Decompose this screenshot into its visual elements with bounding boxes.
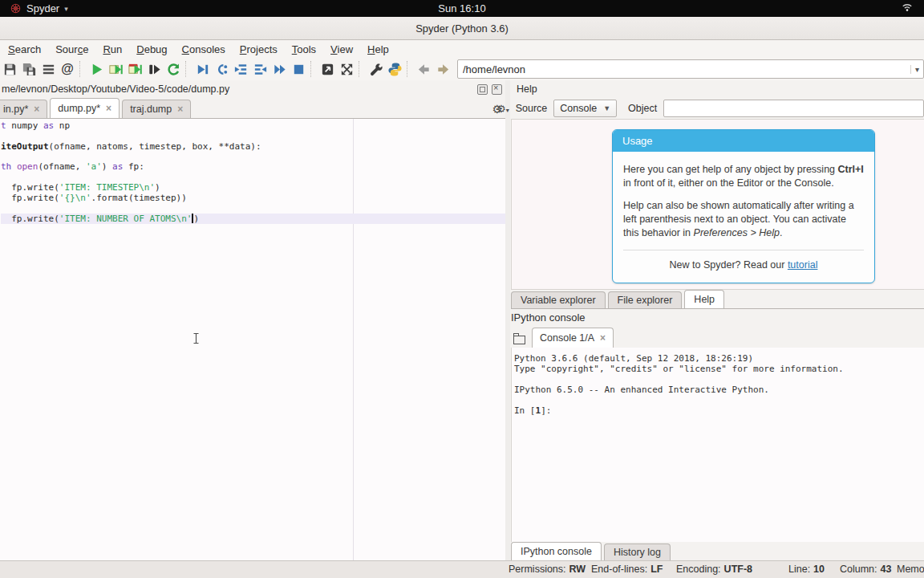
continue-icon[interactable] — [270, 59, 289, 79]
close-tab-icon[interactable]: × — [177, 104, 183, 115]
status-bar: Permissions:RWEnd-of-lines:LFEncoding:UT… — [0, 560, 924, 578]
step-return-icon[interactable] — [250, 59, 270, 79]
usage-card: Usage Here you can get help of any objec… — [612, 129, 875, 283]
code-token: as — [43, 120, 54, 131]
ipython-console[interactable]: Python 3.6.6 (default, Sep 12 2018, 18:2… — [511, 348, 924, 542]
code-token: numpy — [11, 120, 43, 131]
editor-options-gear-icon[interactable]: ⚙▾ — [496, 103, 509, 115]
editor-tab-traj-dump[interactable]: traj.dump× — [122, 100, 191, 118]
main-area: me/levnon/Desktop/Youtube/Video-5/code/d… — [0, 80, 924, 560]
close-tab-icon[interactable]: × — [106, 103, 111, 114]
tab-help[interactable]: Help — [684, 290, 724, 308]
editor-tab-bar: in.py*×dump.py*×traj.dump×⚙ — [0, 98, 505, 119]
working-directory-dropdown-icon[interactable]: ▾ — [910, 65, 923, 74]
preferences-icon[interactable] — [366, 59, 385, 79]
working-directory-combo[interactable]: ▾ — [457, 59, 924, 79]
code-token: (ofname, natoms, timestep, box, **data): — [49, 141, 261, 152]
python-path-icon[interactable] — [385, 59, 404, 79]
editor-tab-dump-py-[interactable]: dump.py*× — [50, 98, 120, 118]
run-cell-icon[interactable] — [106, 59, 125, 79]
usage-card-title: Usage — [613, 130, 874, 152]
menu-source[interactable]: Source — [49, 42, 95, 57]
tutorial-link[interactable]: tutorial — [788, 259, 818, 271]
debug-icon[interactable] — [192, 59, 212, 79]
system-clock[interactable]: Sun 16:10 — [0, 2, 924, 14]
status-end-of-lines-: End-of-lines:LF — [591, 564, 663, 575]
status-column-: Column:43 — [840, 564, 891, 575]
menu-consoles[interactable]: Consoles — [176, 42, 232, 57]
tab-history-log[interactable]: History log — [604, 543, 671, 560]
help-object-input[interactable] — [663, 100, 924, 117]
menu-view[interactable]: View — [324, 42, 359, 57]
usage-paragraph-1: Here you can get help of any object by p… — [623, 163, 864, 191]
code-token: t — [1, 120, 11, 131]
browse-tabs-icon[interactable] — [513, 336, 525, 344]
menu-search[interactable]: Search — [2, 42, 47, 57]
code-token: '{}\n' — [59, 193, 91, 203]
code-token: as — [112, 161, 123, 172]
help-content-view: Usage Here you can get help of any objec… — [511, 119, 924, 290]
ipython-pane-title: IPython console — [511, 311, 586, 324]
step-into-icon[interactable] — [231, 59, 250, 79]
rerun-icon[interactable] — [164, 59, 183, 79]
code-line — [1, 203, 505, 214]
code-token: open — [17, 161, 38, 172]
fullscreen-icon[interactable] — [337, 59, 356, 79]
menu-run[interactable]: Run — [96, 42, 128, 57]
help-pane-header: Help — [510, 80, 924, 98]
code-token: fp.write( — [1, 182, 59, 193]
toolbar-separator — [310, 61, 315, 77]
run-selection-icon[interactable] — [144, 59, 164, 79]
status-permissions-: Permissions:RW — [509, 564, 586, 575]
close-tab-icon[interactable]: × — [600, 332, 606, 344]
close-tab-icon[interactable]: × — [34, 104, 39, 115]
system-top-bar: Spyder ▾ Sun 16:10 — [0, 0, 924, 17]
help-source-label: Source — [516, 103, 548, 114]
forward-icon[interactable] — [433, 59, 452, 79]
console-output: Python 3.6.6 (default, Sep 12 2018, 18:2… — [512, 348, 924, 416]
editor-tab-in-py-[interactable]: in.py*× — [0, 100, 47, 118]
close-pane-icon[interactable] — [492, 84, 502, 95]
step-over-icon[interactable] — [212, 59, 231, 79]
run-icon[interactable] — [87, 59, 106, 79]
code-editor[interactable]: t numpy as np iteOutput(ofname, natoms, … — [0, 119, 505, 560]
help-pane-title: Help — [510, 83, 537, 95]
back-icon[interactable] — [414, 59, 433, 79]
symbol-finder-icon[interactable]: @ — [58, 59, 77, 79]
console-tab[interactable]: Console 1/A × — [532, 328, 614, 348]
menu-debug[interactable]: Debug — [130, 42, 173, 57]
toolbar-separator — [185, 61, 190, 77]
stop-icon[interactable] — [289, 59, 308, 79]
code-token: th — [1, 161, 17, 172]
file-switcher-icon[interactable] — [38, 59, 58, 79]
help-source-select[interactable]: Console ▼ — [553, 100, 617, 117]
code-token: 'ITEM: NUMBER OF ATOMS\n' — [59, 214, 192, 224]
toolbar-separator — [79, 61, 84, 77]
tab-file-explorer[interactable]: File explorer — [608, 291, 683, 308]
helper-tab-bar: Variable explorerFile explorerHelp — [511, 290, 924, 309]
tab-variable-explorer[interactable]: Variable explorer — [511, 291, 606, 308]
undock-pane-icon[interactable] — [477, 84, 488, 95]
run-cell-advance-icon[interactable] — [125, 59, 144, 79]
code-token: ) — [155, 182, 160, 193]
network-status-icon[interactable] — [902, 2, 913, 14]
maximize-pane-icon[interactable] — [318, 59, 337, 79]
menu-bar: SearchSourceRunDebugConsolesProjectsTool… — [0, 40, 924, 58]
code-token: 'ITEM: TIMESTEP\n' — [59, 182, 155, 193]
save-all-icon[interactable] — [19, 59, 38, 79]
help-pane: Help ⚙▾ Source Console ▼ Object Usage He… — [510, 80, 924, 560]
menu-help[interactable]: Help — [361, 42, 395, 57]
menu-tools[interactable]: Tools — [286, 42, 322, 57]
save-icon[interactable] — [0, 59, 19, 79]
code-token: 'a' — [86, 161, 102, 172]
usage-paragraph-2: Help can also be shown automatically aft… — [623, 199, 864, 241]
code-token: iteOutput — [1, 141, 49, 152]
toolbar-separator — [407, 61, 411, 77]
tab-label: dump.py* — [58, 103, 100, 114]
code-token: ) — [102, 161, 112, 172]
code-token: ) — [193, 214, 199, 224]
console-line: IPython 6.5.0 -- An enhanced Interactive… — [514, 385, 924, 395]
menu-projects[interactable]: Projects — [233, 42, 284, 57]
working-directory-input[interactable] — [458, 63, 910, 75]
tab-ipython-console[interactable]: IPython console — [511, 542, 602, 560]
